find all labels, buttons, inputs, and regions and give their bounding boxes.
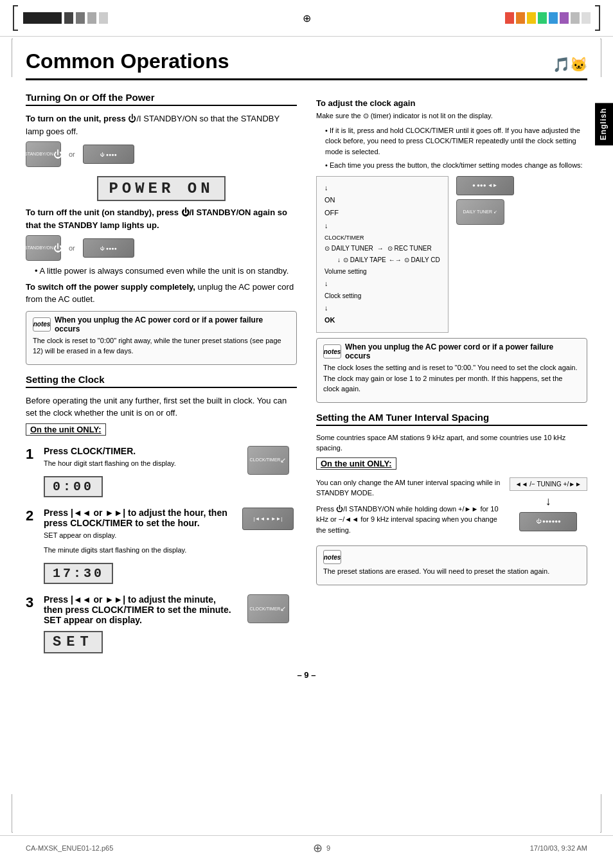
am-tuner-title: Setting the AM Tuner Interval Spacing — [316, 412, 587, 426]
section-turning-on-off-title: Turning On or Off the Power — [26, 92, 297, 106]
notes-icon: notes — [33, 317, 51, 332]
timer-diagram: ↓ ON OFF ↓ CLOCK/TIMER ⊙ DAILY TUNER → ⊙… — [316, 176, 449, 333]
power-icon: ⏻/I — [128, 114, 143, 123]
diagram-vol: Volume setting — [324, 266, 440, 278]
corner-decoration-tr — [600, 39, 601, 77]
am-tuner-content: You can only change the AM tuner interva… — [316, 477, 587, 540]
adjust-clock-bullet1: If it is lit, press and hold CLOCK/TIMER… — [316, 125, 587, 157]
step-1-sub: The hour digit start flashing on the dis… — [44, 458, 233, 469]
power-on-display-block: POWER ON — [26, 171, 297, 206]
panel-device-img: ⏻ ●●●● — [83, 145, 134, 164]
color-orange — [516, 12, 525, 24]
step-3-title: Press |◄◄ or ►►| to adjust the minute, t… — [44, 594, 233, 625]
step-1-display: 0:00 — [44, 476, 103, 497]
clock-timer-label: CLOCK/TIMER — [324, 233, 440, 243]
top-bar-left — [13, 5, 108, 31]
turn-on-device-row: STANDBY/ON ⏻ or ⏻ ●●●● — [26, 141, 297, 167]
am-tuner-unit-only: On the unit ONLY: — [316, 457, 396, 470]
page-number: – 9 – — [26, 670, 587, 680]
color-red — [505, 12, 514, 24]
diagram-ok: OK — [324, 314, 440, 327]
notes-header-2: notes When you unplug the AC power cord … — [323, 342, 580, 360]
adjust-clock-title: To adjust the clock again — [316, 98, 587, 108]
page-title-text: Common Operations — [26, 49, 229, 73]
notes-header-2-text: When you unplug the AC power cord or if … — [345, 342, 580, 360]
step-2-sub1: SET appear on display. — [44, 530, 233, 541]
standby-on-device-img: STANDBY/ON ⏻ — [26, 141, 61, 167]
timer-panel-1: ● ●●● ◄► — [456, 176, 514, 195]
step-2: 2 Press |◄◄ or ►►| to adjust the hour, t… — [26, 508, 297, 588]
color-block-4 — [99, 12, 108, 24]
step-1-title: Press CLOCK/TIMER. — [44, 446, 233, 456]
am-tuner-devices: ◄◄ /− TUNING +/►► ↓ ⏻ ●●●●●● — [510, 477, 587, 531]
step-2-title: Press |◄◄ or ►►| to adjust the hour, the… — [44, 508, 233, 528]
power-on-display: POWER ON — [97, 176, 225, 201]
panel-device-img-2: ⏻ ●●●● — [83, 238, 134, 258]
clock-timer-btn-1: CLOCK/TIMER ↙ — [247, 446, 289, 475]
corner-decoration-tl — [12, 39, 13, 77]
main-content: Common Operations 🎵🐱 Turning On or Off t… — [0, 37, 613, 699]
color-green — [538, 12, 547, 24]
diagram-clock: Clock setting — [324, 290, 440, 302]
footer-left: CA-MXSK_ENUE01-12.p65 — [26, 844, 113, 852]
black-bar — [23, 12, 62, 24]
switch-off-text: To switch off the power supply completel… — [26, 281, 297, 306]
step-2-img: |◄◄ ● ►►| — [239, 508, 297, 530]
notes-icon-2: notes — [323, 344, 341, 359]
color-blue — [549, 12, 558, 24]
timer-devices: ● ●●● ◄► DAILY TUNER ↙ — [456, 176, 514, 225]
color-yellow — [527, 12, 536, 24]
step-2-sub2: The minute digits start flashing on the … — [44, 545, 233, 556]
footer-right: 17/10/03, 9:32 AM — [530, 844, 587, 852]
top-bar: ⊕ — [0, 0, 613, 37]
color-block-2 — [76, 12, 85, 24]
prev-next-buttons: |◄◄ ● ►►| — [242, 508, 294, 530]
corner-decoration-bl — [12, 794, 13, 833]
title-decoration: 🎵🐱 — [553, 57, 587, 73]
turn-off-device-row: STANDBY/ON ⏻ or ⏻ ●●●● — [26, 235, 297, 261]
notes-header-am: notes — [323, 550, 580, 564]
color-light-gray — [571, 12, 580, 24]
diagram-daily-tuner: ⊙ DAILY TUNER — [324, 243, 373, 254]
step-3-img: CLOCK/TIMER ↙ — [239, 594, 297, 623]
notes-am-text: The preset stations are erased. You will… — [323, 566, 580, 577]
step-3-content: Press |◄◄ or ►►| to adjust the minute, t… — [44, 594, 297, 657]
english-tab: English — [595, 103, 613, 145]
standby-bullet: A little power is always consumed even w… — [26, 265, 297, 278]
step-3-display: SET — [44, 631, 103, 653]
top-bar-center-symbol: ⊕ — [108, 12, 505, 24]
diagram-rec-tuner: ⊙ REC TUNER — [387, 243, 432, 254]
turn-on-text: To turn on the unit, press ⏻/I STANDBY/O… — [26, 112, 297, 137]
notes-body-text: The clock is reset to "0:00" right away,… — [33, 335, 290, 357]
notes-body-2: The clock loses the setting and is reset… — [323, 362, 580, 394]
footer-center-num: 9 — [326, 844, 330, 852]
clock-timer-btn-3: CLOCK/TIMER ↙ — [247, 594, 289, 623]
step-3: 3 Press |◄◄ or ►►| to adjust the minute,… — [26, 594, 297, 657]
turn-off-text: To turn off the unit (on standby), press… — [26, 206, 297, 231]
right-column: To adjust the clock again Make sure the … — [316, 92, 587, 664]
step-2-number: 2 — [26, 508, 39, 588]
adjust-clock-text1: Make sure the ⊙ (timer) indicator is not… — [316, 111, 587, 121]
step-2-display: 17:30 — [44, 563, 113, 584]
step-3-number: 3 — [26, 594, 39, 657]
corner-decoration-br — [600, 794, 601, 833]
top-bar-right — [505, 5, 600, 31]
unit-only-label: On the unit ONLY: — [26, 423, 106, 436]
am-tuner-intro: Some countries space AM stations 9 kHz a… — [316, 432, 587, 454]
adjust-clock-bullet2: Each time you press the button, the cloc… — [316, 160, 587, 171]
am-tuner-text2: Press ⏻/I STANDBY/ON while holding down … — [316, 504, 503, 536]
diagram-daily-cd: ⊙ DAILY CD — [404, 254, 440, 266]
color-block-3 — [87, 12, 96, 24]
diagram-daily-tape: ⊙ DAILY TAPE — [343, 254, 386, 266]
page-footer: CA-MXSK_ENUE01-12.p65 ⊕ 9 17/10/03, 9:32… — [0, 835, 613, 855]
diagram-on: ON — [324, 194, 440, 207]
diagram-off: OFF — [324, 207, 440, 220]
or-text-2: or — [69, 244, 75, 252]
notes-icon-am: notes — [323, 550, 341, 564]
notes-header-text: When you unplug the AC power cord or if … — [55, 315, 290, 333]
notes-box-turning-on: notes When you unplug the AC power cord … — [26, 311, 297, 365]
standby-device-img-2: STANDBY/ON ⏻ — [26, 235, 61, 261]
step-1-content: Press CLOCK/TIMER. The hour digit start … — [44, 446, 297, 502]
down-arrow: ↓ — [546, 495, 551, 508]
left-column: Turning On or Off the Power To turn on t… — [26, 92, 297, 664]
